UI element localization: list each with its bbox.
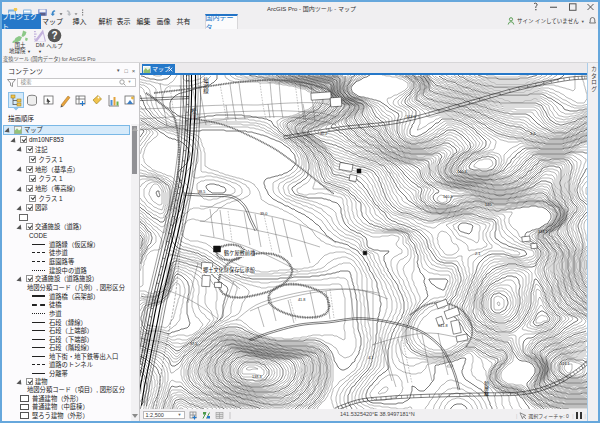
- svg-text:40.2: 40.2: [320, 132, 327, 136]
- svg-text:141.8: 141.8: [438, 324, 448, 328]
- svg-text:140.4: 140.4: [457, 170, 467, 174]
- svg-text:140: 140: [485, 203, 491, 207]
- svg-text:38.5: 38.5: [198, 190, 205, 194]
- svg-text:仙沼線: 仙沼線: [203, 75, 209, 93]
- svg-text:4.1: 4.1: [368, 356, 373, 360]
- svg-text:143.1: 143.1: [560, 362, 570, 366]
- svg-text:新屋敷: 新屋敷: [483, 380, 489, 397]
- svg-text:140.5: 140.5: [443, 195, 453, 199]
- svg-text:松川: 松川: [190, 107, 196, 120]
- svg-text:39.0: 39.0: [260, 212, 267, 216]
- svg-text:?: ?: [51, 30, 57, 41]
- svg-text:鶴ケ屋敷前櫓: 鶴ケ屋敷前櫓: [224, 249, 256, 257]
- svg-text:143.1: 143.1: [538, 230, 548, 234]
- svg-text:郷土文化財保存伝承館: 郷土文化財保存伝承館: [203, 266, 255, 274]
- svg-text:2.1: 2.1: [475, 252, 480, 256]
- svg-text:138.4: 138.4: [252, 375, 262, 379]
- svg-text:143.0: 143.0: [406, 115, 416, 119]
- svg-text:37.5: 37.5: [190, 342, 197, 346]
- svg-text:3.2: 3.2: [530, 132, 535, 136]
- svg-text:41.8: 41.8: [298, 298, 305, 302]
